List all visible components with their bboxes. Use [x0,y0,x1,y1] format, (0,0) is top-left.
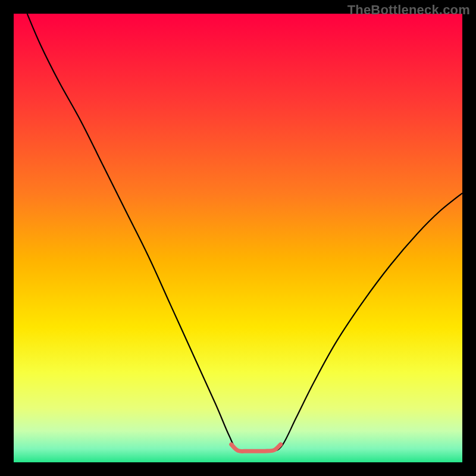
watermark-text: TheBottleneck.com [347,2,470,18]
chart-container: TheBottleneck.com [0,0,476,476]
series-bottom-highlight [231,444,281,452]
plot-area [14,14,462,462]
series-curve [27,14,462,452]
curve-layer [14,14,462,462]
